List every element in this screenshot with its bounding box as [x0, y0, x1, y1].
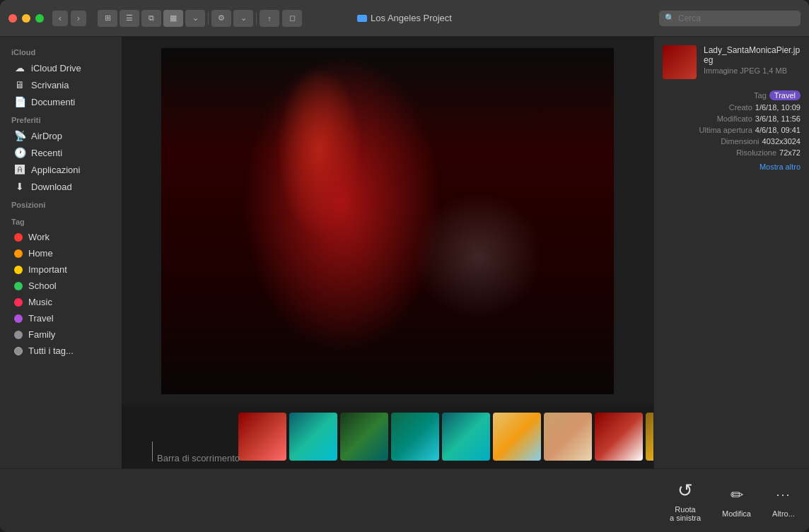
meta-row-resolution: Risoluzione 72x72	[663, 148, 801, 157]
sidebar-item-tag-music[interactable]: Music	[3, 294, 119, 310]
preview-area	[122, 37, 653, 405]
view-icon-button[interactable]: ⊞	[98, 10, 117, 27]
sidebar: iCloud ☁ iCloud Drive 🖥 Scrivania 📄 Docu…	[0, 37, 122, 468]
dimensions-label: Dimensioni	[721, 137, 759, 146]
dimensions-value: 4032x3024	[762, 137, 801, 146]
sidebar-item-icloud-drive[interactable]: ☁ iCloud Drive	[3, 59, 119, 76]
created-label: Creato	[729, 103, 752, 112]
edit-label: Modifica	[722, 509, 751, 518]
documenti-icon: 📄	[14, 96, 25, 107]
thumbnail-9[interactable]	[646, 413, 653, 461]
last-opened-label: Ultima apertura	[699, 126, 752, 134]
thumbnail-2[interactable]	[289, 413, 337, 461]
sidebar-item-tag-all[interactable]: Tutti i tag...	[3, 343, 119, 359]
more-action[interactable]: ··· Altro...	[772, 484, 795, 518]
more-icon: ···	[772, 484, 795, 507]
search-box[interactable]: 🔍	[659, 11, 801, 26]
tag-dot-all	[14, 347, 23, 355]
tag-dot-family	[14, 331, 23, 339]
file-name: Lady_SantaMonicaPier.jpeg	[704, 45, 801, 65]
sidebar-item-tag-school[interactable]: School	[3, 278, 119, 294]
rotate-left-icon: ↺	[674, 480, 697, 502]
sidebar-item-tag-family[interactable]: Family	[3, 326, 119, 343]
thumbnail-1[interactable]	[238, 413, 286, 461]
back-button[interactable]: ‹	[52, 11, 68, 26]
posizioni-section-label: Posizioni	[0, 195, 122, 212]
icloud-section-label: iCloud	[0, 42, 122, 59]
sidebar-item-tag-travel[interactable]: Travel	[3, 310, 119, 326]
traffic-lights	[8, 14, 44, 23]
edit-action[interactable]: ✏ Modifica	[722, 484, 751, 518]
tag-dot-work	[14, 233, 23, 242]
sidebar-item-label: AirDrop	[31, 131, 62, 141]
icloud-drive-icon: ☁	[14, 62, 25, 73]
rotate-left-action[interactable]: ↺ Ruotaa sinistra	[670, 480, 701, 522]
sidebar-item-airdrop[interactable]: 📡 AirDrop	[3, 127, 119, 144]
view-more-button[interactable]: ⌄	[185, 10, 205, 27]
settings-button[interactable]: ⚙	[211, 10, 231, 27]
share-button[interactable]: ↑	[260, 10, 279, 27]
finder-window: ‹ › ⊞ ☰ ⧉ ▦ ⌄ ⚙ ⌄ ↑ ◻ Los Angeles Projec…	[0, 0, 809, 532]
more-label: Altro...	[772, 509, 795, 518]
toolbar-divider-1	[208, 12, 209, 25]
thumbnail-8[interactable]	[595, 413, 643, 461]
sidebar-item-recenti[interactable]: 🕐 Recenti	[3, 144, 119, 161]
thumbnail-6[interactable]	[493, 413, 541, 461]
title-text: Los Angeles Project	[371, 13, 452, 23]
sidebar-item-download[interactable]: ⬇ Download	[3, 178, 119, 195]
sidebar-item-label: School	[28, 280, 57, 291]
file-type-text: Immagine JPEG	[704, 66, 760, 75]
tag-section-label: Tag	[0, 212, 122, 229]
view-column-button[interactable]: ⧉	[141, 10, 161, 27]
created-value: 1/6/18, 10:09	[755, 103, 801, 112]
thumbnail-7[interactable]	[544, 413, 592, 461]
show-more-link[interactable]: Mostra altro	[663, 162, 801, 171]
resolution-value: 72x72	[779, 148, 801, 157]
thumbnail-4[interactable]	[391, 413, 439, 461]
view-list-button[interactable]: ☰	[120, 10, 139, 27]
file-preview-header: Lady_SantaMonicaPier.jpeg Immagine JPEG …	[663, 45, 801, 79]
sidebar-item-label: Documenti	[31, 97, 75, 107]
sidebar-item-label: Applicazioni	[31, 165, 80, 175]
settings-dropdown-button[interactable]: ⌄	[233, 10, 253, 27]
tag-dot-important	[14, 266, 23, 274]
scrivania-icon: 🖥	[14, 79, 25, 90]
tag-button[interactable]: ◻	[282, 10, 302, 27]
search-icon: 🔍	[665, 13, 675, 23]
file-info-text: Lady_SantaMonicaPier.jpeg Immagine JPEG …	[704, 45, 801, 75]
sidebar-item-label: Tutti i tag...	[28, 345, 74, 356]
sidebar-item-tag-work[interactable]: Work	[3, 229, 119, 245]
minimize-button[interactable]	[22, 14, 30, 23]
bottom-bar: ↺ Ruotaa sinistra ✏ Modifica ··· Altro..…	[0, 468, 809, 532]
tag-dot-music	[14, 298, 23, 307]
meta-row-tag: Tag Travel	[663, 90, 801, 100]
tag-dot-travel	[14, 314, 23, 323]
last-opened-value: 4/6/18, 09:41	[755, 126, 801, 134]
sidebar-item-documenti[interactable]: 📄 Documenti	[3, 93, 119, 110]
folder-icon	[357, 15, 367, 22]
maximize-button[interactable]	[35, 14, 44, 23]
sidebar-item-scrivania[interactable]: 🖥 Scrivania	[3, 76, 119, 93]
file-size-text: 1,4 MB	[762, 66, 787, 75]
sidebar-item-label: iCloud Drive	[31, 63, 81, 73]
resolution-label: Risoluzione	[736, 148, 776, 157]
tag-dot-school	[14, 282, 23, 290]
thumbnail-3[interactable]	[340, 413, 388, 461]
window-title: Los Angeles Project	[357, 13, 452, 23]
sidebar-item-applicazioni[interactable]: 🅰 Applicazioni	[3, 161, 119, 178]
close-button[interactable]	[8, 14, 17, 23]
edit-icon: ✏	[726, 484, 748, 507]
barra-label-container: Barra di scorrimento	[152, 439, 240, 463]
search-input[interactable]	[678, 13, 795, 23]
barra-label-text: Barra di scorrimento	[153, 453, 240, 463]
forward-button[interactable]: ›	[71, 11, 86, 26]
sidebar-item-tag-home[interactable]: Home	[3, 245, 119, 261]
sidebar-item-tag-important[interactable]: Important	[3, 261, 119, 278]
view-gallery-button[interactable]: ▦	[163, 10, 183, 27]
sidebar-item-label: Family	[28, 329, 55, 340]
navigation-buttons: ‹ ›	[52, 11, 86, 26]
meta-row-modified: Modificato 3/6/18, 11:56	[663, 114, 801, 123]
tag-dot-home	[14, 249, 23, 258]
sidebar-item-label: Home	[28, 248, 53, 259]
thumbnail-5[interactable]	[442, 413, 490, 461]
